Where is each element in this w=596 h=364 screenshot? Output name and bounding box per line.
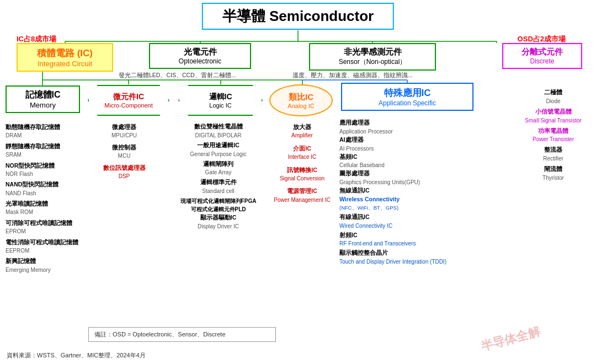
l1-ic-cn: 積體電路 (IC) xyxy=(22,47,108,60)
note-box: 備註：OSD = Optoelectronic、Sensor、Discrete xyxy=(88,327,276,342)
special-item-4-cn: 無線通訊IC xyxy=(339,186,477,195)
l1-discrete-en: Discrete xyxy=(508,57,577,65)
analog-item-3-cn: 電源管理IC xyxy=(270,186,334,195)
memory-item-7-cn: 新興記憶體 xyxy=(6,256,80,265)
logic-item-2-en: Gate Array xyxy=(170,168,267,176)
logic-item-0-en: DIGITAL BIPOLAR xyxy=(170,131,267,140)
special-item-7-en: Touch and Display Driver Integration (TD… xyxy=(339,258,477,266)
analog-item-3-en: Power Management IC xyxy=(270,196,334,205)
memory-item-6-cn: 電性消除可程式唯讀記憶體 xyxy=(6,238,80,247)
memory-item-1-en: SRAM xyxy=(6,151,80,159)
l2-analog-box: 類比IC Analog IC xyxy=(269,84,333,116)
title-area: 半導體 Semiconductor xyxy=(202,3,394,30)
discrete-item-4-cn: 閘流體 xyxy=(513,165,593,174)
special-item-2-en: Cellular Baseband xyxy=(339,161,477,169)
special-item-6-cn: 射頻IC xyxy=(339,231,477,240)
micro-item-0-cn: 微處理器 xyxy=(88,122,160,131)
page: 半導體 Semiconductor IC占8成市場 OSD占2成市場 積體電路 … xyxy=(0,0,596,364)
l2-logic-cn: 邏輯IC xyxy=(209,92,232,102)
memory-item-1-cn: 靜態隨機存取記憶體 xyxy=(6,142,80,151)
watermark: 半导体全解 xyxy=(479,323,542,355)
analog-item-2-en: Signal Conversion xyxy=(270,174,334,183)
memory-item-3-cn: NAND型快閃記憶體 xyxy=(6,180,80,189)
memory-item-7-en: Emerging Memory xyxy=(6,266,80,275)
special-item-6-en: RF Front-end and Transceivers xyxy=(339,239,477,248)
l2-logic-inner: 邏輯IC Logic IC xyxy=(178,85,263,116)
micro-item-2-en: DSP xyxy=(88,172,160,181)
discrete-section-4: 閘流體 Thyristor xyxy=(513,165,593,182)
discrete-item-2-cn: 功率電晶體 xyxy=(513,127,593,136)
logic-item-3-en: Standard cell xyxy=(170,187,267,195)
analog-item-1-en: Interface IC xyxy=(270,153,334,162)
discrete-item-3-en: Rectifier xyxy=(513,154,593,163)
special-item-0-en: Application Processor xyxy=(339,127,477,136)
analog-content: 放大器 Amplifier 介面IC Interface IC 訊號轉換IC S… xyxy=(270,122,334,206)
logic-item-4-cn: 現場可程式化邏輯閘陣列FPGA xyxy=(170,197,267,205)
special-item-1-en: AI Processors xyxy=(339,144,477,153)
special-item-5-en: Wired Connectivity IC xyxy=(339,222,477,230)
l2-special-cn: 特殊應用IC xyxy=(347,87,468,99)
l2-micro-en: Micro-Component xyxy=(104,102,152,109)
sub-opto-label: 發光二極體LED、CIS、CCD、雷射二極體... xyxy=(119,72,236,79)
l2-micro-inner: 微元件IC Micro-Component xyxy=(88,85,169,116)
memory-item-4-cn: 光罩唯讀記憶體 xyxy=(6,199,80,208)
logic-item-5-cn: 可程式化邏輯元件PLD xyxy=(170,205,267,213)
l1-opto-box: 光電元件 Optoelectronic xyxy=(149,43,251,69)
discrete-item-0-cn: 二極體 xyxy=(513,88,593,97)
memory-item-5-en: EPROM xyxy=(6,227,80,236)
discrete-item-4-en: Thyristor xyxy=(513,174,593,182)
memory-item-4-en: Mask ROM xyxy=(6,208,80,217)
special-item-4-en1: Wireless Connectivity xyxy=(339,195,477,204)
special-item-5-cn: 有線通訊IC xyxy=(339,213,477,222)
l2-logic-box: 邏輯IC Logic IC xyxy=(178,84,263,116)
l2-memory-en: Memory xyxy=(9,101,77,109)
discrete-section-0: 二極體 Diode xyxy=(513,88,593,105)
discrete-item-1-en: Small Signal Transistor xyxy=(513,116,593,125)
note-text: 備註：OSD = Optoelectronic、Sensor、Discrete xyxy=(94,331,226,338)
memory-item-2-cn: NOR型快閃記憶體 xyxy=(6,161,80,170)
analog-item-0-en: Amplifier xyxy=(270,131,334,140)
logic-item-0-cn: 數位雙極性電晶體 xyxy=(170,122,267,131)
l1-discrete-box: 分離式元件 Discrete xyxy=(502,43,582,69)
special-item-7-cn: 顯示觸控整合晶片 xyxy=(339,249,477,258)
micro-content: 微處理器 MPU/CPU 微控制器 MCU 數位訊號處理器 DSP xyxy=(88,122,160,183)
discrete-content: 二極體 Diode 小信號電晶體 Small Signal Transistor… xyxy=(513,88,593,184)
analog-item-2-cn: 訊號轉換IC xyxy=(270,165,334,174)
special-item-3-cn: 圖形處理器 xyxy=(339,169,477,178)
sub-sensor-label: 溫度、壓力、加速度、磁感測器、指紋辨識... xyxy=(292,72,413,79)
memory-item-0-cn: 動態隨機存取記憶體 xyxy=(6,122,80,131)
micro-item-1-cn: 微控制器 xyxy=(88,143,160,152)
logic-content: 數位雙極性電晶體 DIGITAL BIPOLAR 一般用途邏輯IC Genera… xyxy=(170,122,267,232)
memory-item-0-en: DRAM xyxy=(6,131,80,140)
memory-item-6-en: EEPROM xyxy=(6,247,80,255)
discrete-section-3: 整流器 Rectifier xyxy=(513,146,593,163)
l1-discrete-cn: 分離式元件 xyxy=(508,47,577,57)
discrete-item-2-en: Power Transister xyxy=(513,135,593,143)
main-title: 半導體 Semiconductor xyxy=(222,8,374,24)
title-border: 半導體 Semiconductor xyxy=(202,3,394,30)
discrete-section-1: 小信號電晶體 Small Signal Transistor xyxy=(513,108,593,125)
logic-item-2-cn: 邏輯閘陣列 xyxy=(170,160,267,169)
l1-ic-en: Integrated Circuit xyxy=(22,60,108,68)
discrete-section-2: 功率電晶體 Power Transister xyxy=(513,127,593,144)
discrete-item-0-en: Diode xyxy=(513,97,593,105)
l1-sensor-box: 非光學感測元件 Sensor（Non-optical） xyxy=(309,43,436,71)
logic-item-3-cn: 邏輯標準元件 xyxy=(170,178,267,187)
l2-logic-en: Logic IC xyxy=(209,102,231,109)
memory-item-2-en: NOR Flash xyxy=(6,170,80,179)
l1-opto-cn: 光電元件 xyxy=(155,47,246,57)
analog-item-0-cn: 放大器 xyxy=(270,122,334,131)
l2-memory-cn: 記憶體IC xyxy=(9,89,77,101)
micro-item-0-en: MPU/CPU xyxy=(88,131,160,140)
special-item-3-en: Graphics Processing Units(GPU) xyxy=(339,178,477,186)
logic-item-1-en: General Purpose Logic xyxy=(170,150,267,158)
logic-item-6-cn: 顯示器驅動IC xyxy=(170,213,267,222)
memory-content: 動態隨機存取記憶體 DRAM 靜態隨機存取記憶體 SRAM NOR型快閃記憶體 … xyxy=(6,122,80,276)
logic-item-6-en: Display Driver IC xyxy=(170,222,267,231)
l2-micro-box: 微元件IC Micro-Component xyxy=(87,84,170,116)
memory-item-3-en: NAND Flash xyxy=(6,189,80,198)
l2-special-en: Application Specific xyxy=(347,99,468,107)
discrete-item-3-cn: 整流器 xyxy=(513,146,593,154)
source-label: 資料來源：WSTS、Gartner、MIC整理、2024年4月 xyxy=(7,351,146,360)
discrete-item-1-cn: 小信號電晶體 xyxy=(513,108,593,116)
